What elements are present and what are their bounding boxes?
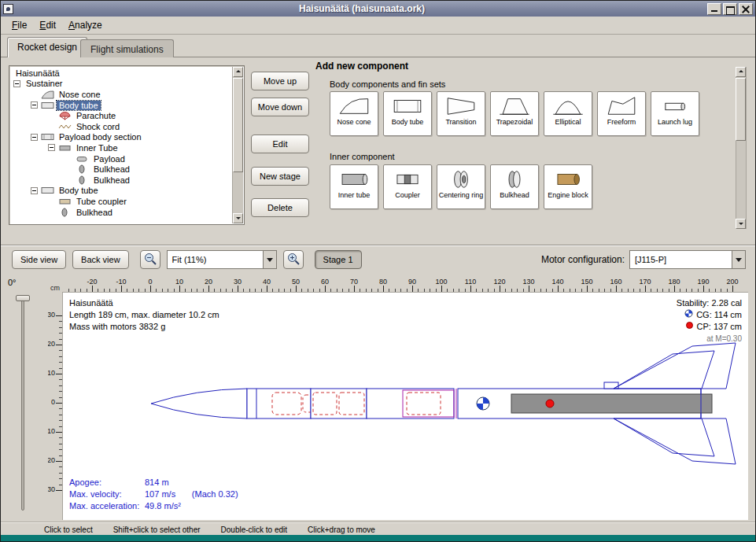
scrollbar-thumb[interactable] [233, 78, 243, 172]
tab-flight-simulations[interactable]: Flight simulations [80, 39, 174, 57]
rotation-slider[interactable] [21, 298, 24, 511]
add-launch-lug-button[interactable]: Launch lug [651, 91, 699, 136]
collapse-icon[interactable] [31, 101, 38, 109]
scroll-up-icon[interactable] [736, 67, 746, 77]
zoom-select[interactable]: Fit (11%) [167, 250, 277, 269]
delete-button[interactable]: Delete [251, 198, 309, 217]
hint-shift-click: Shift+click to select other [113, 525, 201, 534]
tree-item[interactable]: Bulkhead [10, 207, 232, 218]
zoom-out-icon [143, 252, 157, 267]
app-window: Haisunäätä (haisunaata.ork) File Edit An… [0, 0, 756, 542]
innertube-icon [58, 143, 74, 153]
chevron-down-icon[interactable] [263, 251, 276, 268]
motor-config-label: Motor configuration: [541, 254, 625, 265]
velocity-value: 107 m/s [145, 489, 181, 500]
stage-1-toggle[interactable]: Stage 1 [315, 250, 362, 269]
coupler-icon [58, 197, 74, 206]
collapse-icon[interactable] [48, 144, 55, 151]
nosecone-icon [41, 90, 57, 99]
move-down-button[interactable]: Move down [251, 98, 309, 116]
trapezoidal-fin-icon [497, 94, 532, 118]
add-trapezoidal-fin-button[interactable]: Trapezoidal [490, 91, 539, 136]
tree-item[interactable]: Parachute [10, 110, 232, 121]
side-view-button[interactable]: Side view [12, 250, 66, 269]
cg-marker [477, 397, 489, 410]
add-panel-scrollbar[interactable] [736, 67, 747, 229]
tab-bar: Rocket design Flight simulations [1, 35, 755, 57]
hint-click: Click to select [44, 525, 93, 534]
tree-item[interactable]: Nose cone [10, 89, 232, 100]
freeform-fin-icon [604, 94, 639, 118]
titlebar: Haisunäätä (haisunaata.ork) [1, 1, 755, 17]
tree-item[interactable]: Body tube [10, 186, 232, 197]
add-transition-button[interactable]: Transition [437, 91, 485, 136]
cp-marker [546, 400, 554, 407]
tree-scrollbar[interactable] [232, 67, 243, 223]
tree-item-selected[interactable]: Body tube [10, 100, 232, 111]
shockcord-icon [58, 122, 74, 131]
add-body-tube-button[interactable]: Body tube [383, 91, 432, 136]
window-pin-icon[interactable] [3, 4, 13, 14]
rotation-slider-handle[interactable] [16, 295, 30, 301]
design-area: Haisunäätä Sustainer Nose cone Body tube [1, 57, 755, 245]
collapse-icon[interactable] [13, 80, 20, 87]
cp-icon [685, 321, 694, 333]
cg-value: CG: 114 cm [696, 309, 742, 321]
add-freeform-fin-button[interactable]: Freeform [597, 91, 646, 136]
tree-item[interactable]: Tube coupler [10, 196, 232, 207]
scrollbar-thumb[interactable] [736, 78, 746, 141]
move-up-button[interactable]: Move up [251, 72, 309, 90]
zoom-in-button[interactable] [283, 250, 304, 269]
chevron-down-icon[interactable] [732, 251, 745, 268]
tree-item[interactable]: Shock cord [10, 121, 232, 132]
scroll-up-icon[interactable] [233, 67, 243, 77]
add-coupler-button[interactable]: Coupler [383, 164, 432, 209]
collapse-icon[interactable] [31, 187, 38, 194]
tree-item[interactable]: Payload [10, 153, 232, 164]
add-elliptical-fin-button[interactable]: Elliptical [544, 91, 592, 136]
scroll-down-icon[interactable] [233, 213, 243, 223]
rocket-canvas[interactable]: Haisunäätä Length 189 cm, max. diameter … [62, 292, 748, 520]
tree-item-stage[interactable]: Sustainer [10, 79, 232, 90]
tree-item[interactable]: Inner Tube [10, 142, 232, 153]
minimize-button[interactable] [707, 3, 721, 15]
tree-item[interactable]: Bulkhead [10, 164, 232, 175]
component-tree: Haisunäätä Sustainer Nose cone Body tube [9, 65, 245, 225]
collapse-icon[interactable] [31, 134, 38, 141]
close-button[interactable] [739, 3, 753, 15]
menu-file[interactable]: File [6, 17, 33, 33]
tab-rocket-design[interactable]: Rocket design [7, 37, 87, 57]
scroll-down-icon[interactable] [736, 219, 746, 229]
zoom-out-button[interactable] [140, 250, 160, 269]
add-inner-tube-button[interactable]: Inner tube [330, 164, 378, 209]
zoom-in-icon [286, 252, 301, 267]
motor-config-select[interactable]: [J115-P] [629, 250, 746, 269]
maximize-button[interactable] [723, 3, 737, 15]
new-stage-button[interactable]: New stage [251, 167, 309, 186]
body-components-label: Body components and fin sets [330, 79, 445, 89]
edit-button[interactable]: Edit [251, 135, 309, 153]
tree-item[interactable]: Bulkhead [10, 175, 232, 186]
tree-item[interactable]: Payload body section [10, 132, 232, 143]
menu-analyze[interactable]: Analyze [62, 17, 109, 33]
hint-drag: Click+drag to move [308, 525, 375, 534]
tree-item-rocket[interactable]: Haisunäätä [10, 68, 232, 79]
add-bulkhead-button[interactable]: Bulkhead [490, 164, 539, 209]
bulkhead-icon [76, 164, 91, 174]
launch-lug-icon [658, 94, 692, 118]
rocket-name: Haisunäätä [69, 297, 219, 309]
rocket-mass: Mass with motors 3832 g [69, 321, 219, 333]
ruler-unit-label: cm [48, 278, 62, 292]
acceleration-label: Max. acceleration: [69, 500, 145, 512]
flight-info: Apogee:814 m Max. velocity:107 m/s(Mach … [69, 477, 238, 512]
add-nose-cone-button[interactable]: Nose cone [330, 91, 378, 136]
desktop-edge [1, 535, 755, 541]
add-engine-block-button[interactable]: Engine block [544, 164, 592, 209]
menu-edit[interactable]: Edit [33, 17, 62, 33]
rotation-angle-label: 0° [8, 278, 17, 287]
mach-note: at M=0.30 [677, 333, 742, 345]
hint-double-click: Double-click to edit [221, 525, 287, 534]
add-centering-ring-button[interactable]: Centering ring [437, 164, 485, 209]
apogee-value: 814 m [145, 477, 181, 489]
back-view-button[interactable]: Back view [72, 250, 129, 269]
